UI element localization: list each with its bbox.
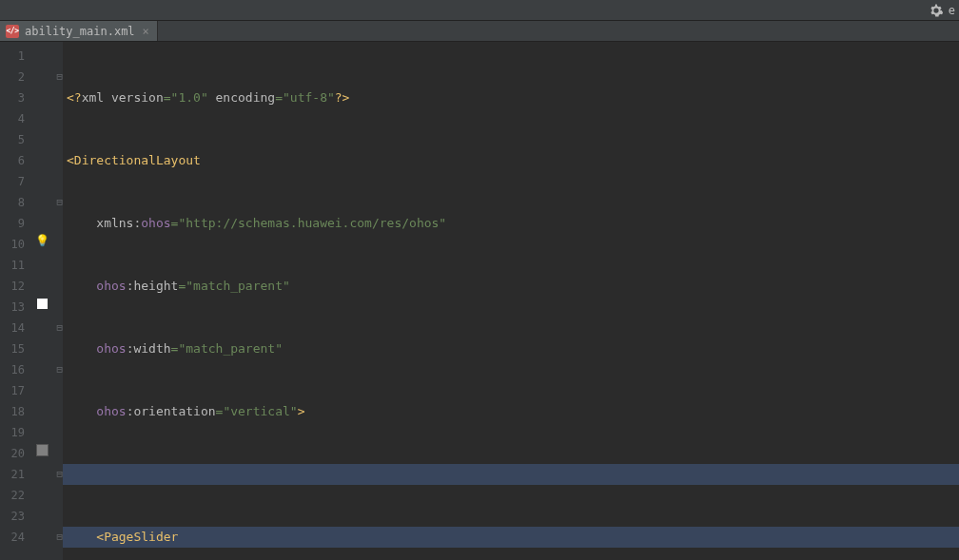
line-number: 19 <box>0 422 25 443</box>
line-number: 2 <box>0 67 25 87</box>
line-number: 11 <box>0 255 25 276</box>
fold-toggle-icon[interactable]: ⊟ <box>56 192 63 213</box>
line-number: 22 <box>0 485 25 506</box>
line-number: 8 <box>0 192 25 213</box>
titlebar: e <box>0 0 959 21</box>
line-number: 1 <box>0 46 25 67</box>
line-number: 4 <box>0 108 25 129</box>
fold-toggle-icon[interactable]: ⊟ <box>56 67 63 87</box>
line-number: 23 <box>0 506 25 527</box>
line-number: 6 <box>0 150 25 171</box>
line-number: 15 <box>0 338 25 359</box>
line-number: 12 <box>0 276 25 297</box>
line-number: 20 <box>0 443 25 464</box>
editor-tab[interactable]: </> ability_main.xml × <box>0 21 158 41</box>
intention-bulb-icon[interactable]: 💡 <box>35 230 49 251</box>
code-line <box>63 464 959 485</box>
editor[interactable]: 1 2 3 4 5 6 7 8 9 10 11 12 13 14 15 16 1… <box>0 42 959 560</box>
fold-gutter: ⊟ ⊟ ⊟ ⊟ ⊟ ⊟ <box>53 42 63 560</box>
line-number: 13 <box>0 297 25 318</box>
code-line: ohos:height="match_parent" <box>63 276 959 297</box>
titlebar-right: e <box>930 4 955 17</box>
code-line: <?xml version="1.0" encoding="utf-8"?> <box>63 87 959 108</box>
tab-filename: ability_main.xml <box>25 25 135 38</box>
fold-toggle-icon[interactable]: ⊟ <box>56 527 63 548</box>
line-number: 3 <box>0 87 25 108</box>
line-number: 10 <box>0 234 25 255</box>
tab-close-icon[interactable]: × <box>143 25 149 38</box>
fold-toggle-icon[interactable]: ⊟ <box>56 318 63 338</box>
fold-toggle-icon[interactable]: ⊟ <box>56 464 63 485</box>
code-line: ohos:width="match_parent" <box>63 338 959 359</box>
marker-gutter: 💡 <box>30 42 53 560</box>
tabbar: </> ability_main.xml × <box>0 21 959 42</box>
line-number: 21 <box>0 464 25 485</box>
gear-icon[interactable] <box>930 4 943 17</box>
titlebar-hint: e <box>949 4 955 17</box>
color-swatch-gray-icon[interactable] <box>37 445 48 455</box>
code-line: ohos:orientation="vertical"> <box>63 401 959 422</box>
code-line: <PageSlider <box>63 527 959 548</box>
fold-toggle-icon[interactable]: ⊟ <box>56 359 63 380</box>
line-number: 5 <box>0 129 25 150</box>
color-swatch-white-icon[interactable] <box>37 299 48 309</box>
line-number: 16 <box>0 359 25 380</box>
line-number: 9 <box>0 213 25 234</box>
code-area[interactable]: <?xml version="1.0" encoding="utf-8"?> <… <box>63 42 959 560</box>
line-number: 17 <box>0 380 25 401</box>
line-number: 7 <box>0 171 25 192</box>
code-line: <DirectionalLayout <box>63 150 959 171</box>
line-gutter: 1 2 3 4 5 6 7 8 9 10 11 12 13 14 15 16 1… <box>0 42 30 560</box>
code-line: xmlns:ohos="http://schemas.huawei.com/re… <box>63 213 959 234</box>
line-number: 14 <box>0 318 25 338</box>
line-number: 18 <box>0 401 25 422</box>
line-number: 24 <box>0 527 25 548</box>
xml-file-icon: </> <box>6 25 19 38</box>
